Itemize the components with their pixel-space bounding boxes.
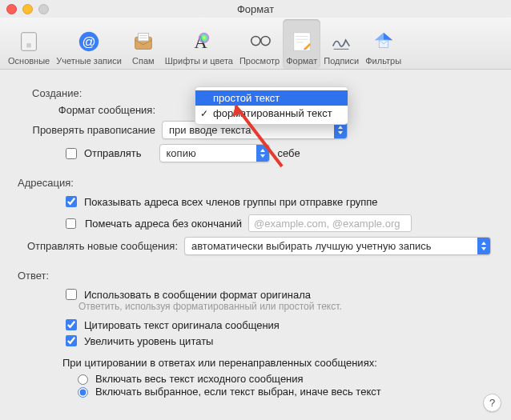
mark-checkbox-input[interactable] [66,218,76,229]
tab-filters[interactable]: Фильтры [362,19,404,69]
cite-header: При цитировании в ответах или перенаправ… [62,357,493,369]
chevron-updown-icon [480,239,488,253]
general-icon [16,29,42,54]
sendfrom-select[interactable]: автоматически выбирать лучшую учетную за… [184,237,491,255]
quote-label: Цитировать текст оригинала сообщения [84,319,280,331]
send-self-label: Отправлять [84,147,142,159]
help-icon: ? [489,397,495,409]
tab-spam[interactable]: Спам [125,19,162,69]
format-icon [289,29,315,54]
orig-format-checkbox-input[interactable] [66,289,77,300]
svg-point-7 [199,33,209,43]
sendfrom-label: Отправлять новые сообщения: [18,240,184,252]
group-addr-checkbox-input[interactable] [66,196,77,207]
svg-rect-1 [26,43,31,48]
level-checkbox-input[interactable] [66,335,77,346]
cite-all-radio-input[interactable] [78,374,88,385]
level-check[interactable]: Увеличить уровень цитаты [62,333,493,349]
cite-selected-label: Включать выбранное, если текст выбран, и… [95,386,381,398]
tab-label: Основные [8,56,50,66]
tab-label: Подписи [324,56,359,66]
dropdown-item-rich[interactable]: ✓ форматированный текст [195,106,348,121]
group-addr-label: Показывать адреса всех членов группы при… [84,196,378,208]
signatures-icon [328,29,354,54]
svg-text:@: @ [82,34,95,50]
preferences-window: Формат Основные @ Учетные записи Спам A … [0,0,511,420]
check-icon: ✓ [200,108,208,119]
spell-label: Проверять правописание [18,124,162,136]
level-label: Увеличить уровень цитаты [84,335,213,347]
svg-rect-0 [22,33,37,51]
quote-check[interactable]: Цитировать текст оригинала сообщения [62,317,493,333]
quote-checkbox-input[interactable] [66,319,77,330]
send-self-checkbox-input[interactable] [66,148,77,159]
tab-format[interactable]: Формат [283,19,320,69]
format-dropdown[interactable]: простой текст ✓ форматированный текст [195,86,348,125]
dropdown-item-label: форматированный текст [213,107,332,119]
cite-all-radio[interactable]: Включать весь текст исходного сообщения [74,372,493,385]
spam-icon [131,29,156,54]
tab-label: Шрифты и цвета [165,56,233,66]
send-self-check[interactable]: Отправлять [62,146,142,162]
svg-rect-10 [293,33,310,51]
dropdown-item-plain[interactable]: простой текст [195,90,348,106]
cite-selected-radio-input[interactable] [78,387,88,398]
filters-icon [371,29,396,54]
orig-format-label: Использовать в сообщении формат оригинал… [84,289,311,301]
mark-label: Помечать адреса без окончаний [85,218,242,230]
send-self-tail: себе [278,147,300,159]
viewing-icon [247,29,272,54]
help-button[interactable]: ? [483,394,501,412]
tab-general[interactable]: Основные [5,19,53,69]
tab-label: Спам [132,56,155,66]
chevron-updown-icon [336,123,344,137]
mark-placeholder: @example.com, @example.org [254,218,400,230]
format-label: Формат сообщения: [18,104,162,116]
tab-accounts[interactable]: @ Учетные записи [53,19,125,69]
spell-value: при вводе текста [169,124,251,136]
section-reply: Ответ: [18,270,493,282]
window-title: Формат [0,3,511,15]
chevron-updown-icon [259,146,267,160]
orig-format-sub: Ответить, используя форматированный или … [78,301,493,312]
cite-selected-radio[interactable]: Включать выбранное, если текст выбран, и… [74,385,493,398]
fonts-icon: A [186,29,211,54]
tab-label: Просмотр [239,56,280,66]
sendfrom-value: автоматически выбирать лучшую учетную за… [191,240,432,252]
tab-label: Фильтры [365,56,401,66]
tab-label: Формат [286,56,317,66]
row-sendfrom: Отправлять новые сообщения: автоматическ… [18,237,493,255]
tab-fonts[interactable]: A Шрифты и цвета [162,19,236,69]
group-addr-check[interactable]: Показывать адреса всех членов группы при… [62,194,493,210]
tab-label: Учетные записи [56,56,122,66]
mark-domains-input[interactable]: @example.com, @example.org [248,214,412,232]
row-send-self: Отправлять копию себе [18,144,493,162]
tab-viewing[interactable]: Просмотр [236,19,283,69]
send-self-select[interactable]: копию [159,144,270,162]
section-addressing: Адресация: [18,177,493,189]
svg-rect-5 [138,34,148,41]
orig-format-check[interactable]: Использовать в сообщении формат оригинал… [62,286,493,302]
svg-point-8 [251,36,260,45]
tab-signatures[interactable]: Подписи [320,19,362,69]
accounts-icon: @ [76,29,102,54]
dropdown-item-label: простой текст [213,92,280,104]
send-self-value: копию [167,147,196,159]
row-mark: Помечать адреса без окончаний @example.c… [62,214,493,232]
titlebar: Формат [0,0,511,18]
cite-all-label: Включать весь текст исходного сообщения [95,373,304,385]
preferences-toolbar: Основные @ Учетные записи Спам A Шрифты … [0,18,511,70]
svg-point-9 [261,36,270,45]
